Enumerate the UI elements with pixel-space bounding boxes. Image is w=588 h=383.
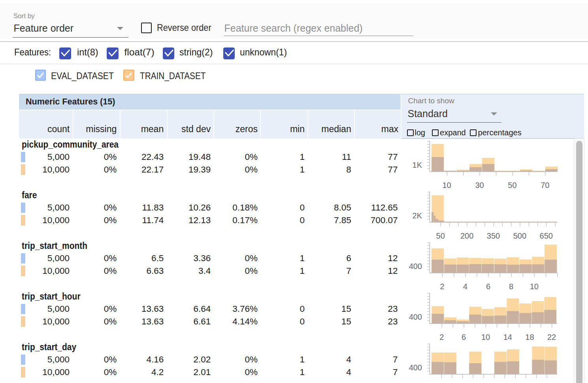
svg-text:10: 10 (530, 282, 539, 291)
svg-text:10: 10 (481, 333, 490, 341)
svg-text:8: 8 (509, 282, 513, 291)
svg-text:4: 4 (463, 282, 467, 291)
svg-text:6: 6 (486, 282, 490, 291)
svg-text:400: 400 (409, 313, 422, 321)
svg-text:30: 30 (475, 181, 484, 190)
svg-text:2: 2 (439, 333, 444, 341)
svg-text:350: 350 (487, 231, 500, 240)
svg-text:70: 70 (541, 181, 549, 190)
svg-text:200: 200 (460, 231, 473, 240)
svg-text:650: 650 (540, 231, 553, 240)
svg-text:18: 18 (525, 333, 534, 341)
svg-text:400: 400 (409, 363, 422, 372)
svg-text:22: 22 (547, 333, 556, 341)
svg-text:6: 6 (462, 333, 466, 341)
svg-text:2: 2 (440, 282, 445, 291)
svg-text:500: 500 (513, 231, 526, 240)
svg-text:10: 10 (442, 181, 451, 190)
svg-text:2K: 2K (413, 211, 422, 220)
svg-text:50: 50 (436, 231, 445, 240)
svg-text:50: 50 (508, 181, 516, 190)
svg-text:14: 14 (503, 333, 512, 341)
svg-text:400: 400 (409, 262, 422, 271)
svg-text:1K: 1K (413, 161, 422, 169)
